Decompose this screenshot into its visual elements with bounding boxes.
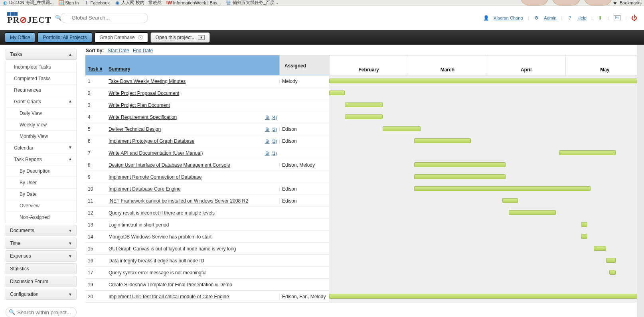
gantt-bar[interactable] bbox=[383, 126, 421, 131]
sidebar-by-description[interactable]: By Description bbox=[6, 165, 76, 177]
global-search-input[interactable] bbox=[60, 13, 148, 23]
gantt-row bbox=[329, 207, 644, 219]
task-number: 2 bbox=[85, 91, 106, 96]
tab-portfolio[interactable]: Portfolio: All Projects bbox=[38, 32, 92, 43]
sidebar-expenses[interactable]: Expenses▼ bbox=[6, 250, 77, 262]
bookmark-tab[interactable]: 营仙剑五支线任务_百度... bbox=[226, 0, 278, 6]
sidebar-by-user[interactable]: By User bbox=[6, 177, 76, 189]
task-summary-link[interactable]: Query syntax error message is not meanin… bbox=[109, 270, 206, 276]
gantt-bar[interactable] bbox=[606, 258, 616, 263]
search-icon: 🔍 bbox=[9, 309, 15, 315]
bookmark-tab[interactable]: ◉人人网 校内 - 常晓然 bbox=[115, 0, 162, 6]
project-search-input[interactable] bbox=[6, 307, 77, 317]
bookmark-tab[interactable]: fFacebook bbox=[83, 0, 109, 6]
gantt-bar[interactable] bbox=[594, 246, 606, 251]
gantt-bar[interactable] bbox=[414, 138, 471, 143]
admin-link[interactable]: Admin bbox=[544, 16, 556, 20]
bookmark-tab[interactable]: 🪟Sign In bbox=[58, 0, 79, 6]
sidebar-incomplete-tasks[interactable]: Incomplete Tasks bbox=[6, 61, 76, 73]
sidebar-time[interactable]: Time▼ bbox=[6, 238, 77, 249]
gantt-bar[interactable] bbox=[581, 234, 587, 239]
admin-icon: ⚙ bbox=[533, 15, 539, 21]
close-tab-icon[interactable]: ⓧ bbox=[138, 34, 143, 41]
doc-count-badge[interactable]: 🗎(4) bbox=[265, 114, 277, 120]
doc-count-badge[interactable]: 🗎(3) bbox=[265, 138, 277, 144]
lang-badge[interactable]: Fr bbox=[614, 15, 620, 20]
gantt-bar[interactable] bbox=[581, 222, 587, 227]
task-summary-link[interactable]: Implement Prototype of Graph Database bbox=[109, 138, 194, 144]
gantt-row bbox=[329, 255, 644, 267]
bookmarks-menu[interactable]: ★Bookmarks bbox=[612, 0, 642, 6]
month-cell: May bbox=[565, 55, 644, 75]
task-summary-link[interactable]: Write Requirement Specification bbox=[109, 114, 177, 120]
task-assigned: Edison bbox=[279, 138, 329, 144]
gantt-bar[interactable] bbox=[609, 270, 616, 275]
task-summary-link[interactable]: Write API and Documentation (User Manual… bbox=[109, 150, 203, 156]
month-cell: February bbox=[329, 55, 408, 75]
task-summary-link[interactable]: Write Project Proposal Document bbox=[109, 91, 179, 96]
sort-end-date[interactable]: End Date bbox=[133, 48, 153, 53]
task-summary-link[interactable]: Query result is incorrect if there are m… bbox=[109, 210, 215, 216]
sidebar-non-assigned[interactable]: Non-Assigned bbox=[6, 212, 76, 223]
col-summary[interactable]: Summary bbox=[109, 66, 130, 72]
task-summary-link[interactable]: .NET Framework cannot be installed on Wi… bbox=[109, 198, 248, 204]
sidebar-by-date[interactable]: By Date bbox=[6, 189, 76, 200]
task-summary-link[interactable]: Implement Database Core Engine bbox=[109, 186, 181, 192]
sidebar-tasks[interactable]: Tasks▲ bbox=[6, 49, 77, 60]
bookmark-tab[interactable]: IWInformationWeek | Bus... bbox=[166, 0, 221, 6]
sidebar-monthly-view[interactable]: Monthly View bbox=[6, 131, 76, 142]
task-summary-link[interactable]: GUI Graph Canvas is out of layout if nod… bbox=[109, 246, 236, 252]
gantt-bar[interactable] bbox=[329, 79, 644, 83]
sidebar-weekly-view[interactable]: Weekly View bbox=[6, 119, 76, 131]
power-icon[interactable]: ⏻ bbox=[631, 15, 637, 21]
tab-graph-database[interactable]: Graph Databaseⓧ bbox=[95, 32, 148, 43]
sidebar-task-reports[interactable]: Task Reports▲ bbox=[6, 154, 76, 165]
table-row: 9 Implement Remote Connection of Databas… bbox=[85, 171, 329, 183]
task-summary-link[interactable]: Data integrity breaks if edge has null n… bbox=[109, 258, 204, 264]
user-link[interactable]: Xiaoran Chang bbox=[494, 16, 523, 20]
sidebar-recurrences[interactable]: Recurrences bbox=[6, 85, 76, 96]
up-arrow-icon[interactable]: ⬆ bbox=[597, 15, 603, 21]
doc-count-badge[interactable]: 🗎(1) bbox=[265, 150, 277, 156]
task-assigned: Edison bbox=[279, 186, 329, 192]
sidebar-completed-tasks[interactable]: Completed Tasks bbox=[6, 73, 76, 85]
sidebar-gantt-charts[interactable]: Gantt Charts▲ bbox=[6, 96, 76, 108]
open-project-dropdown[interactable]: Open this project...▼ bbox=[150, 32, 210, 43]
col-task-number[interactable]: Task # bbox=[88, 66, 102, 72]
gantt-bar[interactable] bbox=[509, 210, 556, 215]
sidebar-discussion-forum[interactable]: Discussion Forum bbox=[6, 276, 77, 287]
task-summary-link[interactable]: Deliver Technical Design bbox=[109, 126, 161, 132]
task-summary-link[interactable]: Take Down Weekly Meeting Minutes bbox=[109, 79, 186, 84]
sidebar-calendar[interactable]: Calendar▼ bbox=[6, 142, 76, 154]
task-summary-link[interactable]: Login timeout in short period bbox=[109, 222, 169, 228]
sidebar-statistics[interactable]: Statistics bbox=[6, 263, 77, 274]
sidebar-overview[interactable]: Overview bbox=[6, 200, 76, 212]
help-link[interactable]: Help bbox=[577, 16, 587, 20]
gantt-bar[interactable] bbox=[414, 186, 591, 191]
task-summary-link[interactable]: Implement Remote Connection of Database bbox=[109, 174, 201, 180]
sidebar-configuration[interactable]: Configuration▼ bbox=[6, 289, 77, 300]
gantt-bar[interactable] bbox=[414, 174, 506, 179]
gantt-bar[interactable] bbox=[329, 294, 644, 299]
gantt-bar[interactable] bbox=[345, 114, 383, 119]
gantt-bar[interactable] bbox=[329, 91, 345, 95]
tab-my-office[interactable]: My Office bbox=[5, 32, 35, 43]
task-summary-link[interactable]: MongoDB Windows Service has problem to s… bbox=[109, 234, 211, 240]
gantt-bar[interactable] bbox=[345, 102, 383, 107]
task-summary-link[interactable]: Write Project Plan Document bbox=[109, 102, 170, 108]
document-icon: 🗎 bbox=[265, 126, 270, 132]
task-assigned: Edison bbox=[279, 126, 329, 132]
doc-count-badge[interactable]: 🗎(2) bbox=[265, 126, 277, 132]
vertical-scrollbar[interactable] bbox=[637, 45, 644, 317]
gantt-bar[interactable] bbox=[559, 150, 616, 155]
task-summary-link[interactable]: Design User Interface of Database Manage… bbox=[109, 162, 230, 168]
gantt-bar[interactable] bbox=[414, 162, 506, 167]
sort-start-date[interactable]: Start Date bbox=[108, 48, 129, 53]
bookmark-tab[interactable]: ◐Dict.CN 海词_在线词... bbox=[2, 0, 53, 6]
task-summary-link[interactable]: Implement Unit Test for all critical mod… bbox=[109, 294, 229, 299]
gantt-bar[interactable] bbox=[502, 198, 518, 203]
sidebar-daily-view[interactable]: Daily View bbox=[6, 108, 76, 119]
table-row: 16 Data integrity breaks if edge has nul… bbox=[85, 255, 329, 267]
sidebar-documents[interactable]: Documents▼ bbox=[6, 225, 77, 236]
task-summary-link[interactable]: Create Slideshow Template for Final Pres… bbox=[109, 282, 232, 287]
